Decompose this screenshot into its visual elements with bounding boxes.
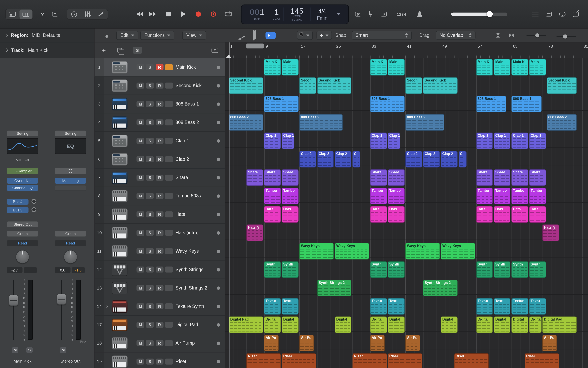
track-inspector-header[interactable]: Track: Main Kick bbox=[0, 42, 95, 58]
region[interactable]: Snare bbox=[388, 169, 405, 186]
track-icon[interactable] bbox=[112, 319, 128, 331]
rewind-button[interactable] bbox=[132, 9, 144, 19]
mute-button[interactable]: M bbox=[137, 303, 144, 309]
solo-button[interactable]: S bbox=[146, 285, 154, 291]
region[interactable]: Second Kick bbox=[317, 77, 351, 94]
region[interactable]: Main bbox=[494, 59, 511, 75]
region[interactable]: Digital bbox=[476, 317, 493, 333]
region[interactable]: Tambo bbox=[388, 188, 405, 204]
region-inspector-header[interactable]: Region: MIDI Defaults bbox=[0, 29, 95, 42]
track-header-row[interactable]: 11MSRIWavy Keys bbox=[95, 242, 225, 260]
list-editors-button[interactable] bbox=[530, 9, 541, 19]
track-on-icon[interactable] bbox=[217, 231, 220, 235]
solo-button[interactable]: S bbox=[146, 138, 154, 144]
track-icon[interactable] bbox=[112, 208, 128, 221]
input-monitor-button[interactable]: I bbox=[165, 248, 173, 254]
track-icon[interactable] bbox=[112, 282, 128, 294]
region[interactable]: Digital Pad bbox=[542, 317, 577, 333]
share-button[interactable] bbox=[570, 9, 581, 19]
view-menu[interactable]: View bbox=[182, 31, 206, 40]
region[interactable]: Digital bbox=[264, 317, 281, 333]
region[interactable]: Cl bbox=[458, 151, 466, 168]
input-monitor-button[interactable]: I bbox=[165, 64, 173, 70]
region[interactable]: 808 Bass 2 bbox=[547, 114, 577, 131]
track-header-row[interactable]: 4MSRI808 Bass 2 bbox=[95, 113, 225, 132]
track-header-row[interactable]: 1MSRIMain Kick bbox=[95, 58, 225, 77]
region[interactable]: Synth bbox=[529, 261, 546, 278]
solo-button[interactable]: S bbox=[146, 212, 154, 217]
add-track-button[interactable]: + bbox=[99, 47, 109, 53]
region[interactable]: Hats bbox=[494, 206, 511, 223]
output-slot[interactable]: Stereo Out bbox=[7, 221, 38, 227]
snap-select[interactable]: Smart bbox=[352, 31, 412, 40]
region[interactable]: Air Pu bbox=[370, 335, 385, 352]
input-monitor-button[interactable]: I bbox=[165, 138, 173, 144]
track-header-row[interactable]: 19MSRIRiser bbox=[95, 353, 225, 368]
input-monitor-button[interactable]: I bbox=[165, 156, 173, 162]
setting-button[interactable]: Setting bbox=[7, 131, 38, 136]
region[interactable]: Textu bbox=[494, 298, 511, 315]
solo-button[interactable]: S bbox=[146, 175, 154, 181]
region[interactable]: Synth Strings 2 bbox=[423, 280, 458, 296]
region[interactable]: Hats bbox=[370, 206, 387, 223]
region[interactable]: Wavy Keys bbox=[335, 243, 369, 259]
track-on-icon[interactable] bbox=[217, 341, 220, 345]
mute-button[interactable]: M bbox=[137, 230, 144, 236]
region[interactable]: Hats (i bbox=[246, 224, 263, 241]
disclosure-triangle-icon[interactable]: › bbox=[106, 303, 108, 309]
lcd-tempo-section[interactable]: 145 KEEP TEMPO bbox=[284, 7, 311, 22]
track-on-icon[interactable] bbox=[217, 102, 220, 106]
record-enable-button[interactable]: R bbox=[156, 248, 163, 254]
region[interactable]: Synth bbox=[264, 261, 281, 278]
mute-button[interactable]: M bbox=[137, 285, 144, 291]
region[interactable]: Synth bbox=[476, 261, 493, 278]
format-button[interactable] bbox=[55, 168, 86, 174]
track-on-icon[interactable] bbox=[217, 84, 220, 87]
region[interactable]: Clap 2 bbox=[317, 151, 334, 168]
solo-button[interactable]: S bbox=[146, 303, 154, 309]
record-enable-button[interactable]: R bbox=[156, 101, 163, 107]
track-icon[interactable] bbox=[112, 227, 128, 239]
solo-button[interactable]: S bbox=[146, 230, 154, 236]
region[interactable]: Hats bbox=[264, 206, 281, 223]
region[interactable]: Tambo bbox=[282, 188, 298, 204]
track-icon[interactable] bbox=[112, 116, 128, 129]
region[interactable]: Clap 1 bbox=[476, 133, 493, 149]
input-monitor-button[interactable]: I bbox=[165, 119, 173, 125]
send-slot[interactable]: Bus 3 bbox=[7, 207, 29, 213]
region[interactable]: Clap 2 bbox=[299, 151, 316, 168]
track-icon[interactable] bbox=[112, 264, 128, 276]
library-toggle-button[interactable] bbox=[6, 9, 19, 19]
gain-value-box[interactable]: -1.0 bbox=[72, 267, 85, 273]
region[interactable]: Wavy Keys bbox=[441, 243, 475, 259]
count-in-button[interactable]: 1234 bbox=[397, 12, 406, 16]
region[interactable]: Second Kick bbox=[229, 77, 263, 94]
instrument-slot[interactable]: Q-Sampler bbox=[7, 168, 38, 174]
eq-display[interactable] bbox=[7, 138, 38, 154]
catch-playhead-button[interactable] bbox=[266, 32, 276, 39]
track-header-row[interactable]: 12MSRISynth Strings bbox=[95, 260, 225, 279]
region[interactable]: Clap 1 bbox=[282, 133, 294, 149]
region[interactable]: Digital bbox=[335, 317, 351, 333]
track-on-icon[interactable] bbox=[217, 139, 220, 143]
mute-button[interactable]: M bbox=[137, 64, 144, 70]
metronome-button[interactable] bbox=[414, 9, 425, 19]
region[interactable]: Textu bbox=[529, 298, 546, 315]
lcd-key-section[interactable]: 4/4 Fmin bbox=[311, 8, 333, 20]
track-header-row[interactable]: 9MSRIHats bbox=[95, 205, 225, 224]
region[interactable]: Riser bbox=[454, 353, 488, 368]
automation-mode-button[interactable]: Read bbox=[55, 240, 86, 246]
region[interactable]: Clap 1 bbox=[494, 133, 511, 149]
mute-button[interactable]: M bbox=[137, 138, 144, 144]
capture-recording-button[interactable] bbox=[207, 9, 219, 19]
track-on-icon[interactable] bbox=[217, 213, 220, 216]
record-enable-button[interactable]: R bbox=[156, 83, 163, 89]
up-arrow-button[interactable] bbox=[101, 30, 112, 41]
region[interactable]: 808 Bass 2 bbox=[299, 114, 342, 131]
region[interactable]: Snare bbox=[370, 169, 387, 186]
region[interactable]: Tambo bbox=[476, 188, 493, 204]
record-enable-button[interactable]: R bbox=[156, 64, 163, 70]
track-on-icon[interactable] bbox=[217, 286, 220, 290]
region[interactable]: Textur bbox=[264, 298, 281, 315]
region[interactable]: Air Pu bbox=[542, 335, 557, 352]
